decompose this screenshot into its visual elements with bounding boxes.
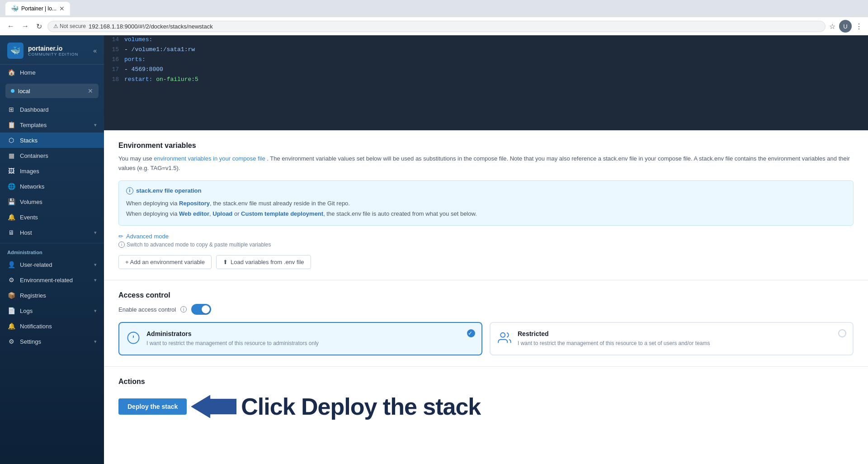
main-content: 14 volumes: 15 - /volume1:/sata1:rw 16 p… xyxy=(104,35,868,464)
url-display: 192.168.1.18:9000/#!/2/docker/stacks/new… xyxy=(89,23,213,30)
code-line-18: 18 restart: on-failure:5 xyxy=(104,75,868,85)
tab-close-btn[interactable]: ✕ xyxy=(59,5,65,12)
containers-icon: ▦ xyxy=(7,152,15,159)
host-label: Host xyxy=(20,229,32,236)
logo-sub: COMMUNITY EDITION xyxy=(28,52,78,57)
enable-access-label: Enable access control xyxy=(118,306,176,313)
sidebar-item-notifications[interactable]: 🔔 Notifications xyxy=(0,318,104,334)
actions-row: Deploy the stack Click Deploy the stack xyxy=(118,393,854,420)
env-info-box: i stack.env file operation When deployin… xyxy=(118,180,854,226)
settings-arrow: ▾ xyxy=(94,339,97,345)
sidebar-item-templates[interactable]: 📋 Templates ▾ xyxy=(0,117,104,133)
advanced-mode-label: Advanced mode xyxy=(126,233,169,240)
volumes-icon: 💾 xyxy=(7,198,15,205)
load-env-btn[interactable]: ⬆ Load variables from .env file xyxy=(216,255,311,269)
logs-icon: 📄 xyxy=(7,307,15,314)
user-related-arrow: ▾ xyxy=(94,262,97,268)
admin-card-icon xyxy=(127,331,140,347)
browser-tab[interactable]: 🐳 Portainer | lo... ✕ xyxy=(5,2,70,15)
collapse-btn[interactable]: « xyxy=(93,47,97,54)
code-line-17: 17 - 4569:8000 xyxy=(104,65,868,75)
code-line-16: 16 ports: xyxy=(104,55,868,65)
sidebar-item-stacks[interactable]: ⬡ Stacks xyxy=(0,133,104,148)
svg-marker-4 xyxy=(191,395,236,418)
bookmark-icon[interactable]: ☆ xyxy=(829,22,835,31)
admin-card-title: Administrators xyxy=(146,330,319,337)
sidebar-item-logs[interactable]: 📄 Logs ▾ xyxy=(0,303,104,318)
click-deploy-text: Click Deploy the stack xyxy=(241,393,481,420)
restricted-card-radio xyxy=(838,329,846,337)
sidebar-item-containers[interactable]: ▦ Containers xyxy=(0,148,104,163)
logs-arrow: ▾ xyxy=(94,308,97,314)
notifications-label: Notifications xyxy=(20,323,52,330)
home-icon: 🏠 xyxy=(7,69,15,76)
back-btn[interactable]: ← xyxy=(5,20,16,32)
env-related-arrow: ▾ xyxy=(94,277,97,283)
admin-access-card[interactable]: Administrators I want to restrict the ma… xyxy=(118,322,482,355)
sidebar-item-env-related[interactable]: ⚙ Environment-related ▾ xyxy=(0,272,104,288)
templates-label: Templates xyxy=(20,122,47,128)
sidebar-item-dashboard[interactable]: ⊞ Dashboard xyxy=(0,102,104,117)
restricted-card-title: Restricted xyxy=(518,330,710,337)
code-editor[interactable]: 14 volumes: 15 - /volume1:/sata1:rw 16 p… xyxy=(104,35,868,130)
advanced-mode-sub: i Switch to advanced mode to copy & past… xyxy=(118,241,854,248)
advanced-mode-toggle[interactable]: ✏ Advanced mode xyxy=(118,233,854,240)
settings-label: Settings xyxy=(20,338,41,345)
admin-card-radio: ✓ xyxy=(467,329,475,337)
env-variables-section: Environment variables You may use enviro… xyxy=(104,131,868,280)
networks-label: Networks xyxy=(20,183,44,190)
settings-icon: ⚙ xyxy=(7,338,15,345)
forward-btn[interactable]: → xyxy=(20,20,31,32)
info-line-1: When deploying via Repository, the stack… xyxy=(126,198,846,208)
dashboard-label: Dashboard xyxy=(20,106,49,113)
address-bar[interactable]: ⚠ Not secure 192.168.1.18:9000/#!/2/dock… xyxy=(47,21,826,32)
user-related-label: User-related xyxy=(20,261,52,268)
sidebar-item-user-related[interactable]: 👤 User-related ▾ xyxy=(0,257,104,272)
images-label: Images xyxy=(20,168,39,175)
stacks-icon: ⬡ xyxy=(7,137,15,144)
user-icon: 👤 xyxy=(7,261,15,268)
access-control-toggle[interactable] xyxy=(191,304,211,315)
browser-tab-bar: 🐳 Portainer | lo... ✕ xyxy=(0,0,868,17)
access-control-info-icon: i xyxy=(180,306,187,312)
logo-text: portainer.io xyxy=(28,45,78,52)
upload-icon: ⬆ xyxy=(223,259,228,265)
add-env-btn[interactable]: + Add an environment variable xyxy=(118,255,212,269)
arrow-icon xyxy=(191,393,236,420)
restricted-card-icon xyxy=(498,331,511,347)
restricted-card-desc: I want to restrict the management of thi… xyxy=(518,339,710,347)
access-control-title: Access control xyxy=(118,291,854,299)
profile-icon[interactable]: U xyxy=(839,20,852,33)
sidebar-item-images[interactable]: 🖼 Images xyxy=(0,163,104,179)
env-name-label: local xyxy=(18,88,30,95)
env-link[interactable]: environment variables in your compose fi… xyxy=(154,155,265,162)
code-section: 14 volumes: 15 - /volume1:/sata1:rw 16 p… xyxy=(104,35,868,131)
not-secure-indicator: ⚠ Not secure xyxy=(53,23,86,29)
restricted-access-card[interactable]: Restricted I want to restrict the manage… xyxy=(490,322,854,355)
sidebar: 🐳 portainer.io COMMUNITY EDITION « 🏠 Hom… xyxy=(0,35,104,464)
host-arrow: ▾ xyxy=(94,230,97,236)
sidebar-item-volumes[interactable]: 💾 Volumes xyxy=(0,194,104,209)
events-label: Events xyxy=(20,214,38,221)
info-icon: i xyxy=(118,241,125,248)
sidebar-item-settings[interactable]: ⚙ Settings ▾ xyxy=(0,334,104,349)
logs-label: Logs xyxy=(20,308,33,314)
env-close-btn[interactable]: ✕ xyxy=(88,87,93,95)
sidebar-item-host[interactable]: 🖥 Host ▾ xyxy=(0,225,104,240)
sidebar-item-home[interactable]: 🏠 Home xyxy=(0,65,104,80)
admin-section-label: Administration xyxy=(0,246,104,257)
sidebar-item-events[interactable]: 🔔 Events xyxy=(0,209,104,225)
access-control-section: Access control Enable access control i xyxy=(104,280,868,366)
info-circle-icon: i xyxy=(126,187,133,194)
sidebar-item-networks[interactable]: 🌐 Networks xyxy=(0,179,104,194)
env-related-icon: ⚙ xyxy=(7,276,15,284)
deploy-stack-btn[interactable]: Deploy the stack xyxy=(118,398,187,415)
sidebar-item-registries[interactable]: 📦 Registries xyxy=(0,288,104,303)
reload-btn[interactable]: ↻ xyxy=(34,20,44,33)
menu-icon[interactable]: ⋮ xyxy=(855,22,863,31)
host-icon: 🖥 xyxy=(7,229,15,236)
admin-card-desc: I want to restrict the management of thi… xyxy=(146,339,319,347)
templates-icon: 📋 xyxy=(7,121,15,128)
logo-icon: 🐳 xyxy=(7,43,24,59)
env-badge: local ✕ xyxy=(5,84,99,98)
